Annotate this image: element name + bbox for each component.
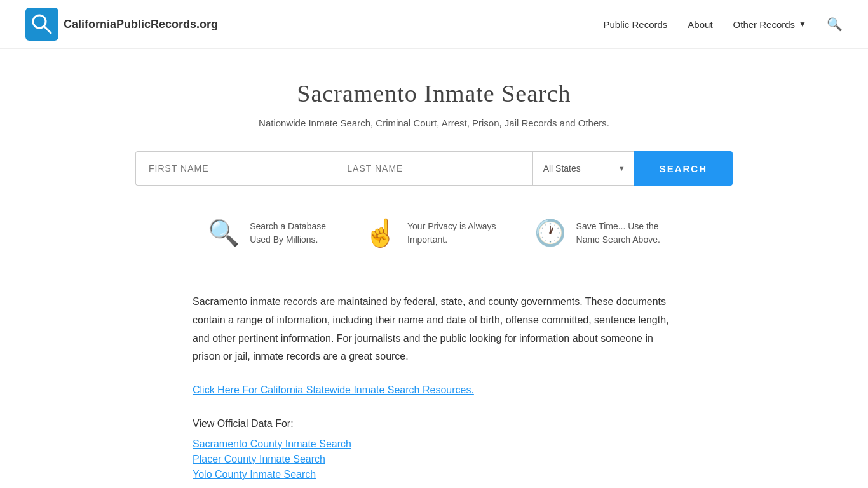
search-icon[interactable]: 🔍 xyxy=(827,17,843,32)
feature-privacy-text: Your Privacy is Always Important. xyxy=(407,220,496,247)
features-row: 🔍 Search a Database Used By Millions. ☝️… xyxy=(85,211,783,280)
logo-text: CaliforniaPublicRecords.org xyxy=(64,18,218,31)
feature-privacy: ☝️ Your Privacy is Always Important. xyxy=(364,217,496,248)
last-name-input[interactable] xyxy=(334,151,532,186)
fingerprint-icon: ☝️ xyxy=(364,217,397,248)
feature-time: 🕐 Save Time... Use the Name Search Above… xyxy=(534,218,660,248)
county-link-list: Sacramento County Inmate Search Placer C… xyxy=(193,438,675,480)
page-title: Sacramento Inmate Search xyxy=(13,79,855,107)
search-button[interactable]: SEARCH xyxy=(634,151,733,186)
yolo-county-link[interactable]: Yolo County Inmate Search xyxy=(193,469,316,480)
nav-link-other-records[interactable]: Other Records xyxy=(733,19,796,30)
first-name-input[interactable] xyxy=(135,151,334,186)
sacramento-county-link[interactable]: Sacramento County Inmate Search xyxy=(193,438,351,449)
cta-link[interactable]: Click Here For California Statewide Inma… xyxy=(193,384,474,395)
main-content: Sacramento inmate records are maintained… xyxy=(167,280,701,488)
hero-subtitle: Nationwide Inmate Search, Criminal Court… xyxy=(13,118,855,128)
placer-county-link[interactable]: Placer County Inmate Search xyxy=(193,454,325,464)
list-item-yolo: Yolo County Inmate Search xyxy=(193,469,675,480)
body-paragraph: Sacramento inmate records are maintained… xyxy=(193,293,675,366)
nav-links: Public Records About Other Records ▼ 🔍 xyxy=(603,17,843,32)
list-item-sacramento: Sacramento County Inmate Search xyxy=(193,438,675,450)
nav-link-about[interactable]: About xyxy=(688,19,712,30)
view-label: View Official Data For: xyxy=(193,415,675,433)
navbar: CaliforniaPublicRecords.org Public Recor… xyxy=(0,0,868,49)
list-item-placer: Placer County Inmate Search xyxy=(193,454,675,465)
chevron-down-icon: ▼ xyxy=(799,20,806,29)
search-magnify-icon: 🔍 xyxy=(208,218,240,248)
state-select[interactable]: All States Alabama Alaska Arizona Arkans… xyxy=(532,151,634,186)
feature-database: 🔍 Search a Database Used By Millions. xyxy=(208,218,326,248)
logo[interactable]: CaliforniaPublicRecords.org xyxy=(25,8,218,41)
state-select-wrap: All States Alabama Alaska Arizona Arkans… xyxy=(532,151,634,186)
search-bar: All States Alabama Alaska Arizona Arkans… xyxy=(85,151,783,211)
nav-link-public-records[interactable]: Public Records xyxy=(603,19,667,30)
hero-section: Sacramento Inmate Search Nationwide Inma… xyxy=(0,49,868,151)
feature-time-text: Save Time... Use the Name Search Above. xyxy=(576,220,660,247)
nav-other-records-wrap: Other Records ▼ xyxy=(733,19,806,30)
feature-database-text: Search a Database Used By Millions. xyxy=(250,220,326,247)
svg-rect-0 xyxy=(25,8,58,41)
clock-icon: 🕐 xyxy=(534,218,566,248)
